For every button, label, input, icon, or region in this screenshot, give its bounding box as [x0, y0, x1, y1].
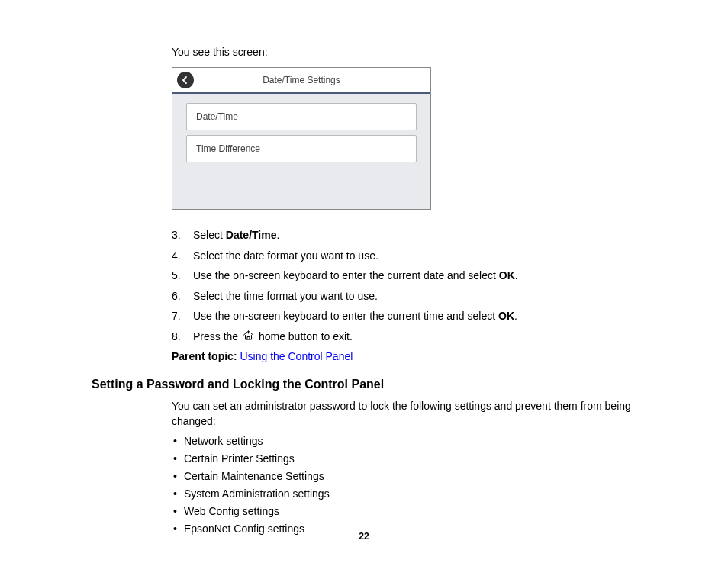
- step-3: Select Date/Time.: [172, 228, 636, 243]
- step-text: home button to exit.: [256, 330, 353, 343]
- screen-body: Date/Time Time Difference: [172, 94, 430, 209]
- list-item: Network settings: [172, 435, 636, 447]
- step-text: .: [514, 310, 517, 322]
- section-paragraph: You can set an administrator password to…: [172, 399, 636, 429]
- page-number: 22: [0, 531, 728, 542]
- intro-text: You see this screen:: [172, 46, 636, 58]
- step-4: Select the date format you want to use.: [172, 249, 636, 264]
- list-item: Certain Printer Settings: [172, 452, 636, 465]
- list-item: System Administration settings: [172, 487, 636, 500]
- parent-topic-label: Parent topic:: [172, 350, 237, 362]
- screen-option-timediff: Time Difference: [186, 135, 417, 162]
- list-item: Web Config settings: [172, 505, 636, 517]
- back-icon: [177, 72, 194, 88]
- step-text: .: [515, 269, 518, 282]
- instruction-steps: Select Date/Time. Select the date format…: [172, 228, 636, 345]
- device-screen: Date/Time Settings Date/Time Time Differ…: [172, 67, 431, 210]
- step-5: Use the on-screen keyboard to enter the …: [172, 269, 636, 284]
- home-icon: [243, 330, 254, 345]
- list-item: Certain Maintenance Settings: [172, 470, 636, 482]
- step-text: Use the on-screen keyboard to enter the …: [193, 310, 498, 322]
- step-7: Use the on-screen keyboard to enter the …: [172, 309, 636, 324]
- step-text: Select: [193, 229, 226, 241]
- step-bold: OK: [499, 269, 515, 282]
- step-text: Use the on-screen keyboard to enter the …: [193, 269, 499, 282]
- parent-topic-link[interactable]: Using the Control Panel: [240, 350, 353, 362]
- settings-lock-list: Network settings Certain Printer Setting…: [172, 435, 636, 535]
- step-text: Press the: [193, 330, 241, 343]
- step-8: Press the home button to exit.: [172, 330, 636, 345]
- parent-topic: Parent topic: Using the Control Panel: [172, 350, 636, 362]
- screen-title: Date/Time Settings: [194, 75, 409, 85]
- section-heading: Setting a Password and Locking the Contr…: [92, 378, 636, 391]
- screen-header: Date/Time Settings: [172, 68, 430, 94]
- step-6: Select the time format you want to use.: [172, 289, 636, 304]
- step-bold: OK: [498, 310, 514, 322]
- step-text: .: [276, 229, 279, 241]
- step-bold: Date/Time: [226, 229, 277, 241]
- screen-option-datetime: Date/Time: [186, 103, 417, 130]
- device-screen-figure: Date/Time Settings Date/Time Time Differ…: [172, 67, 636, 210]
